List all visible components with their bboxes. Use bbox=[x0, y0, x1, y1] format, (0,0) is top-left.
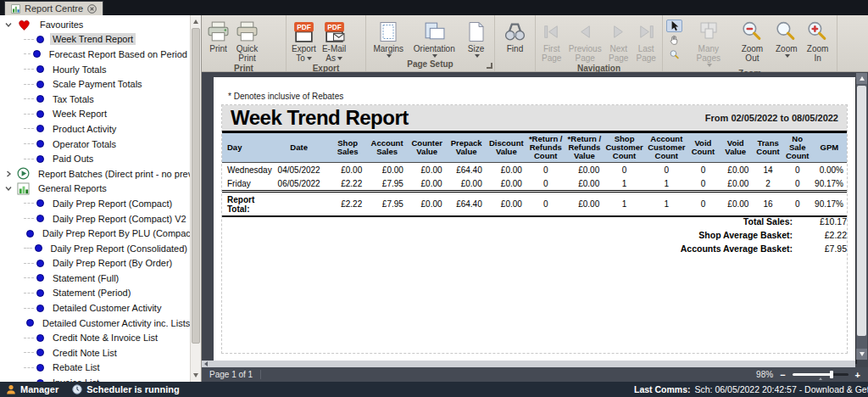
chevron-down-icon[interactable] bbox=[3, 184, 14, 193]
preview-vertical-scrollbar[interactable] bbox=[856, 73, 867, 360]
tree-row[interactable]: Product Activity bbox=[0, 121, 190, 137]
tab-report-centre[interactable]: Report Centre bbox=[4, 1, 103, 15]
next-page-button[interactable]: Next Page bbox=[605, 18, 632, 64]
tree-row[interactable]: Detailed Customer Activity inc. Lists bbox=[0, 316, 190, 331]
tree-item-label[interactable]: Daily Prep Report (Compact) V2 bbox=[50, 213, 189, 225]
last-comms-status: Last Comms: Sch: 06/05/2022 20:42:57 - D… bbox=[634, 382, 868, 397]
hand-tool-button[interactable] bbox=[666, 34, 682, 47]
scroll-up-icon[interactable] bbox=[191, 16, 201, 27]
tree-row[interactable]: Scale Payment Totals bbox=[0, 76, 190, 92]
tree-item-label[interactable]: Statement (Full) bbox=[50, 272, 121, 284]
chevron-right-icon[interactable] bbox=[3, 170, 14, 178]
zoom-slider[interactable] bbox=[793, 370, 849, 379]
tree-item-label[interactable]: Operator Totals bbox=[50, 138, 119, 150]
tree-row[interactable]: Paid Outs bbox=[0, 151, 190, 166]
report-table-cell: £0.00 bbox=[366, 163, 408, 177]
pointer-tool-button[interactable] bbox=[666, 20, 682, 32]
tree-row[interactable]: Hourly Totals bbox=[0, 62, 190, 77]
previous-page-button[interactable]: Previous Page bbox=[566, 18, 604, 64]
tree-row[interactable]: Rebate List bbox=[0, 361, 190, 376]
magnifier-tool-button[interactable] bbox=[666, 48, 682, 61]
tree-item-label[interactable]: Week Trend Report bbox=[50, 33, 136, 45]
tree-row[interactable]: Forecast Report Based on Period bbox=[0, 47, 190, 62]
tree-item-label[interactable]: Scale Payment Totals bbox=[50, 78, 145, 90]
margins-button[interactable]: Margins bbox=[370, 18, 406, 59]
tree-row[interactable]: General Reports bbox=[0, 182, 190, 197]
tree-item-label[interactable]: General Reports bbox=[36, 182, 109, 194]
tree-row[interactable]: Week Report bbox=[0, 107, 190, 122]
tree-item-label[interactable]: Report Batches (Direct print - no previe… bbox=[36, 168, 190, 180]
quick-print-button[interactable]: Quick Print bbox=[233, 18, 261, 64]
tree-item-label[interactable]: Forecast Report Based on Period bbox=[47, 48, 190, 60]
find-button[interactable]: Find bbox=[501, 18, 529, 59]
preview-horizontal-scrollbar[interactable] bbox=[202, 361, 855, 367]
tree-row[interactable]: Daily Prep Report (Compact) V2 bbox=[0, 211, 190, 226]
report-bullet-icon bbox=[36, 95, 44, 103]
report-table-cell: 16 bbox=[753, 192, 782, 217]
tree-row[interactable]: Daily Prep Report (Consolidated) bbox=[0, 241, 190, 256]
report-bullet-icon bbox=[36, 110, 44, 118]
tree-row[interactable]: Statement (Full) bbox=[0, 271, 190, 286]
page-setup-expander-icon[interactable] bbox=[487, 63, 492, 69]
tree-row[interactable]: Daily Prep Report By PLU (Compact) bbox=[0, 226, 190, 241]
tree-item-label[interactable]: Tax Totals bbox=[50, 93, 97, 105]
tree-row[interactable]: Daily Prep Report (Compact) bbox=[0, 196, 190, 211]
tree-item-label[interactable]: Paid Outs bbox=[50, 153, 96, 165]
last-page-button[interactable]: Last Page bbox=[633, 18, 659, 64]
tree-item-label[interactable]: Daily Prep Report (Consolidated) bbox=[48, 243, 190, 254]
many-pages-button[interactable]: Many Pages bbox=[685, 18, 732, 69]
sidebar-scrollbar-thumb[interactable] bbox=[192, 28, 200, 344]
tree-item-label[interactable]: Credit Note List bbox=[50, 347, 120, 359]
first-page-button[interactable]: First Page bbox=[538, 18, 565, 64]
tree-item-label[interactable]: Rebate List bbox=[50, 361, 103, 373]
export-to-button[interactable]: PDF Export To bbox=[289, 18, 319, 64]
zoom-out-button[interactable]: Zoom Out bbox=[733, 18, 772, 69]
tree-item-label[interactable]: Product Activity bbox=[50, 123, 119, 135]
tree-item-label[interactable]: Daily Prep Report (Compact) bbox=[50, 198, 175, 210]
tree-item-label[interactable]: Daily Prep Report (By Order) bbox=[50, 257, 175, 269]
zoom-plus-button[interactable] bbox=[855, 371, 860, 379]
tree-item-label[interactable]: Detailed Customer Activity bbox=[50, 302, 164, 314]
report-table-cell: £0.00 bbox=[408, 176, 447, 192]
tree-row[interactable]: Statement (Period) bbox=[0, 286, 190, 301]
tree-item-label[interactable]: Detailed Customer Activity inc. Lists bbox=[40, 317, 190, 329]
tree-row[interactable]: Operator Totals bbox=[0, 137, 190, 152]
tree-row[interactable]: Credit Note & Invoice List bbox=[0, 330, 190, 345]
size-button[interactable]: Size bbox=[463, 18, 490, 59]
tree-item-label[interactable]: Statement (Period) bbox=[50, 287, 133, 299]
chevron-down-icon[interactable] bbox=[3, 20, 14, 29]
tree-row[interactable]: Credit Note List bbox=[0, 345, 190, 361]
tree-item-label[interactable]: Daily Prep Report By PLU (Compact) bbox=[40, 227, 190, 239]
preview-scrollbar-thumb[interactable] bbox=[857, 86, 866, 336]
zoom-button[interactable]: Zoom bbox=[772, 18, 800, 69]
tree-item-label[interactable]: Week Report bbox=[50, 108, 109, 120]
scroll-left-icon[interactable] bbox=[204, 361, 208, 366]
tree-item-label[interactable]: Favourites bbox=[37, 19, 86, 31]
zoom-minus-button[interactable] bbox=[780, 371, 785, 379]
main-panel: Print Quick Print Print bbox=[202, 15, 868, 382]
report-bullet-icon bbox=[26, 319, 34, 327]
zoom-label: Zoom bbox=[776, 44, 798, 53]
tree-row[interactable]: Detailed Customer Activity bbox=[0, 300, 190, 316]
zoom-slider-thumb[interactable] bbox=[830, 371, 833, 378]
tree-item-label[interactable]: Credit Note & Invoice List bbox=[50, 332, 160, 344]
scroll-up-icon[interactable] bbox=[856, 73, 867, 84]
zoom-in-button[interactable]: Zoom In bbox=[801, 18, 834, 69]
tree-row[interactable]: Invoice List bbox=[0, 375, 190, 382]
orientation-button[interactable]: Orientation bbox=[411, 18, 458, 59]
tab-close-icon[interactable] bbox=[87, 4, 97, 14]
report-title-band: Week Trend Report From 02/05/2022 to 08/… bbox=[222, 105, 847, 131]
find-binoculars-icon bbox=[504, 19, 526, 44]
sidebar-scrollbar[interactable] bbox=[190, 15, 201, 382]
tree-row[interactable]: Favourites bbox=[0, 17, 190, 32]
email-as-button[interactable]: PDF E-Mail As bbox=[320, 18, 348, 64]
tree-row[interactable]: Daily Prep Report (By Order) bbox=[0, 256, 190, 271]
scroll-down-icon[interactable] bbox=[191, 370, 201, 381]
tree-item-label[interactable]: Hourly Totals bbox=[50, 64, 108, 75]
print-button[interactable]: Print bbox=[204, 18, 232, 64]
tree-row[interactable]: Tax Totals bbox=[0, 92, 190, 107]
tree-row[interactable]: Week Trend Report bbox=[0, 32, 190, 48]
tree-row[interactable]: Report Batches (Direct print - no previe… bbox=[0, 166, 190, 182]
scroll-down-icon[interactable] bbox=[856, 349, 867, 360]
report-table-cell: 0 bbox=[783, 176, 812, 192]
